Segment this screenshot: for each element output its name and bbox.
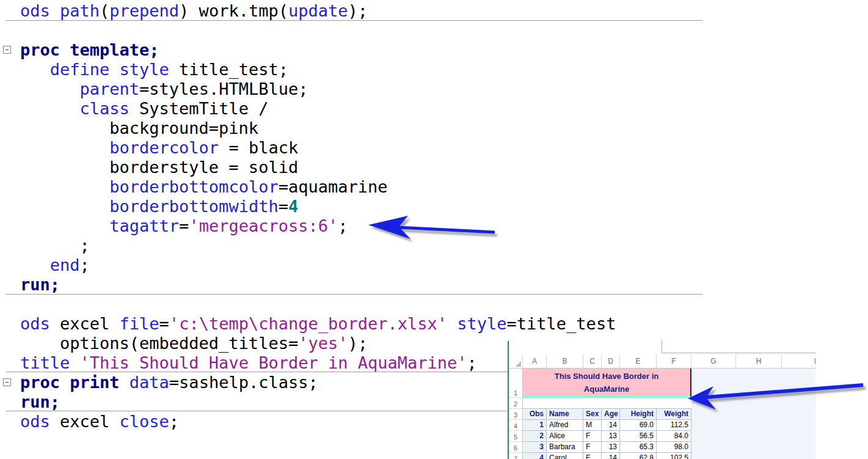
row-number-4[interactable]: 4 — [509, 420, 523, 431]
code-token-string: 'yes' — [298, 334, 348, 353]
code-token-keyword: bordercolor — [109, 138, 219, 157]
code-token-plain — [20, 197, 109, 216]
code-line: options(embedded_titles='yes'); — [20, 334, 368, 353]
code-token-plain: = — [179, 216, 189, 235]
excel-title-cell: This Should Have Border inAquaMarine — [523, 369, 691, 398]
column-header-G[interactable]: G — [691, 354, 736, 368]
code-line: ; — [20, 236, 90, 255]
code-token-plain: ) work.tmp( — [179, 1, 288, 20]
code-token-keyword: borderbottomcolor — [109, 177, 278, 196]
column-header-F[interactable]: F — [657, 354, 691, 368]
code-line: run; — [20, 392, 60, 412]
code-token-plain — [447, 314, 457, 333]
statement-divider — [6, 294, 702, 295]
table-cell: 4 — [523, 453, 547, 459]
table-cell: 62.8 — [620, 453, 657, 459]
table-cell: 112.5 — [657, 420, 691, 431]
code-token-string: 'This Should Have Border in AquaMarine' — [80, 353, 467, 372]
column-header-C[interactable]: C — [583, 354, 602, 368]
row-number-1[interactable]: 1 — [509, 369, 523, 398]
code-token-keyword: borderbottomwidth — [109, 197, 278, 216]
code-line: borderstyle = solid — [20, 158, 298, 177]
column-header-E[interactable]: E — [620, 354, 657, 368]
code-token-plain: options(embedded_titles= — [20, 334, 298, 353]
code-token-plain: background=pink — [20, 119, 258, 138]
column-header-D[interactable]: D — [602, 354, 620, 368]
code-token-keyword: ods — [20, 412, 50, 431]
code-token-number: 4 — [288, 197, 298, 216]
code-line: background=pink — [20, 119, 258, 138]
table-cell: 3 — [523, 442, 547, 453]
code-token-keyword: define style — [50, 60, 169, 79]
table-cell: 98.0 — [657, 442, 691, 453]
code-token-keyword: prepend — [109, 1, 179, 20]
select-all-triangle-icon — [516, 361, 521, 367]
code-token-plain: =styles.HTMLBlue; — [139, 79, 308, 98]
statement-divider — [6, 372, 509, 372]
table-cell: M — [583, 420, 602, 431]
code-line: ods path(prepend) work.tmp(update); — [20, 1, 368, 21]
row-number-5[interactable]: 5 — [509, 431, 523, 442]
table-header-cell: Name — [547, 409, 583, 420]
sas-editor-window: ods path(prepend) work.tmp(update);proc … — [0, 0, 868, 459]
code-line: proc template; — [20, 40, 159, 60]
code-token-plain: ; — [338, 216, 348, 235]
collapse-toggle-icon[interactable]: − — [3, 378, 11, 386]
row-number-2[interactable]: 2 — [509, 398, 523, 409]
code-token-plain: SystemTitle / — [129, 99, 269, 118]
code-token-plain: = — [159, 314, 169, 333]
row-number-3[interactable]: 3 — [509, 409, 523, 420]
code-token-keyword: tagattr — [109, 216, 179, 235]
column-header-B[interactable]: B — [547, 354, 583, 368]
code-token-plain: = — [279, 197, 288, 216]
code-token-plain: =sashelp.class; — [169, 373, 318, 392]
code-token-plain: ); — [348, 1, 368, 20]
code-token-plain: excel — [50, 412, 120, 431]
table-cell: 102.5 — [657, 453, 691, 459]
table-header-cell: Weight — [657, 409, 691, 420]
table-cell: Alice — [547, 431, 583, 442]
code-line: parent=styles.HTMLBlue; — [20, 79, 308, 99]
code-line: ods excel close; — [20, 412, 179, 431]
code-token-keyword: data — [129, 373, 169, 392]
code-token-plain: excel — [50, 314, 120, 333]
code-line: define style title_test; — [20, 60, 288, 79]
code-token-plain: ; — [80, 255, 90, 274]
code-line: end; — [20, 255, 90, 275]
code-line: tagattr='mergeacross:6'; — [20, 216, 348, 236]
collapse-toggle-icon[interactable]: − — [3, 46, 11, 54]
code-token-string: 'mergeacross:6' — [189, 216, 338, 235]
code-token-plain: =title_test — [507, 314, 616, 333]
code-line: bordercolor = black — [20, 138, 298, 158]
code-token-plain — [20, 79, 80, 98]
row-number-6[interactable]: 6 — [509, 442, 523, 453]
code-token-plain: ; — [467, 353, 477, 372]
code-line: run; — [20, 275, 60, 295]
table-cell: Barbara — [547, 442, 583, 453]
code-token-plain: ; — [169, 412, 179, 431]
table-cell: 84.0 — [657, 431, 691, 442]
column-header-H[interactable]: H — [736, 354, 782, 368]
code-token-plain — [20, 138, 109, 157]
code-token-plain: ( — [100, 1, 109, 20]
table-cell: F — [583, 442, 602, 453]
column-header-A[interactable]: A — [523, 354, 547, 368]
table-cell: 2 — [523, 431, 547, 442]
code-token-keyword: close — [120, 412, 169, 431]
excel-title-text: This Should Have Border in — [523, 371, 690, 381]
row-number-7[interactable]: 7 — [509, 453, 523, 459]
table-cell: F — [583, 431, 602, 442]
code-token-proc: proc template; — [20, 40, 159, 59]
code-token-string: 'c:\temp\change_border.xlsx' — [169, 314, 447, 333]
code-token-plain: borderstyle = solid — [20, 158, 298, 177]
code-token-plain: title_test; — [169, 60, 288, 79]
code-token-plain: =aquamarine — [279, 177, 388, 196]
table-header-cell: Obs — [523, 409, 547, 420]
code-token-plain — [20, 60, 50, 79]
statement-divider — [6, 20, 702, 21]
code-line: borderbottomcolor=aquamarine — [20, 177, 387, 197]
table-header-cell: Sex — [583, 409, 602, 420]
column-header-I[interactable]: I — [782, 354, 815, 368]
code-line: proc print data=sashelp.class; — [20, 373, 318, 392]
code-token-keyword: ods path — [20, 1, 100, 20]
